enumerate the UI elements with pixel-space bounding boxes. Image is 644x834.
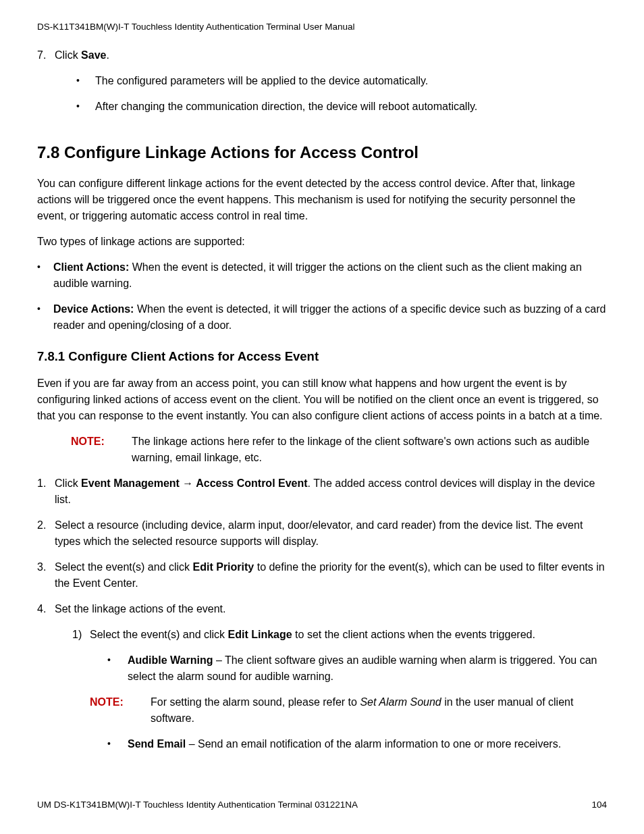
- client-actions-bold: Client Actions:: [53, 261, 129, 273]
- page-footer: UM DS-K1T341BM(W)I-T Touchless Identity …: [37, 798, 607, 812]
- step-list-continued: 7. Click Save. The configured parameters…: [37, 47, 607, 124]
- section-7-8-para2: Two types of linkage actions are support…: [37, 234, 607, 250]
- step-content: Select a resource (including device, ala…: [55, 517, 607, 550]
- t-italic: Set Alarm Sound: [360, 696, 441, 708]
- note-block: NOTE: The linkage actions here refer to …: [37, 434, 607, 466]
- footer-page-number: 104: [591, 798, 607, 812]
- note-text: For setting the alarm sound, please refe…: [151, 694, 607, 727]
- t-bold: Edit Priority: [193, 561, 254, 573]
- note-text: The linkage actions here refer to the li…: [132, 434, 607, 466]
- t: Select the event(s) and click: [90, 629, 228, 640]
- audible-bold: Audible Warning: [128, 654, 213, 666]
- proc-step-1: 1. Click Event Management → Access Contr…: [37, 475, 607, 508]
- step7-suffix: .: [106, 49, 109, 61]
- client-actions-text: When the event is detected, it will trig…: [53, 261, 582, 289]
- device-actions-text: When the event is detected, it will trig…: [53, 303, 606, 331]
- t: For setting the alarm sound, please refe…: [151, 696, 360, 708]
- t: Select the event(s) and click: [55, 561, 193, 573]
- note-label: NOTE:: [90, 694, 151, 727]
- email-bold: Send Email: [128, 738, 186, 750]
- section-7-8-para1: You can configure different linkage acti…: [37, 176, 607, 224]
- linkage-options-2: Send Email – Send an email notification …: [90, 736, 607, 752]
- footer-left: UM DS-K1T341BM(W)I-T Touchless Identity …: [37, 798, 358, 812]
- section-7-8-1-para: Even if you are far away from an access …: [37, 375, 607, 424]
- audible-warning-item: Audible Warning – The client software gi…: [107, 652, 607, 685]
- section-7-8-1-title: 7.8.1 Configure Client Actions for Acces…: [37, 347, 607, 366]
- step-number: 3.: [37, 559, 55, 592]
- proc-step-4: 4. Set the linkage actions of the event.…: [37, 601, 607, 771]
- step7-bold: Save: [81, 49, 106, 61]
- t: Click: [55, 477, 81, 489]
- step-content: Select the event(s) and click Edit Prior…: [55, 559, 607, 592]
- sub-step-content: Select the event(s) and click Edit Linka…: [90, 627, 607, 762]
- section-7-8-title: 7.8 Configure Linkage Actions for Access…: [37, 140, 607, 165]
- send-email-item: Send Email – Send an email notification …: [107, 736, 607, 752]
- page-header: DS-K11T341BM(W)I-T Touchless Identity Au…: [37, 20, 607, 34]
- proc-step-3: 3. Select the event(s) and click Edit Pr…: [37, 559, 607, 592]
- linkage-options: Audible Warning – The client software gi…: [90, 652, 607, 685]
- step-content: Set the linkage actions of the event. 1)…: [55, 601, 607, 771]
- note-label: NOTE:: [71, 434, 132, 466]
- action-types-list: Client Actions: When the event is detect…: [37, 259, 607, 334]
- action-type-client: Client Actions: When the event is detect…: [37, 259, 607, 292]
- proc-step-2: 2. Select a resource (including device, …: [37, 517, 607, 550]
- step-content: Click Save. The configured parameters wi…: [55, 47, 607, 124]
- step-number: 2.: [37, 517, 55, 550]
- procedure-list: 1. Click Event Management → Access Contr…: [37, 475, 607, 771]
- step-number: 1.: [37, 475, 55, 508]
- t-bold: Edit Linkage: [228, 629, 292, 640]
- step-number: 7.: [37, 47, 55, 124]
- bullet-item: The configured parameters will be applie…: [76, 73, 607, 89]
- step-content: Click Event Management → Access Control …: [55, 475, 607, 508]
- action-type-device: Device Actions: When the event is detect…: [37, 301, 607, 334]
- note-block-deep: NOTE: For setting the alarm sound, pleas…: [90, 694, 607, 727]
- sub-step-1: 1) Select the event(s) and click Edit Li…: [72, 627, 607, 762]
- step4-text: Set the linkage actions of the event.: [55, 603, 226, 615]
- t: to set the client actions when the event…: [292, 629, 535, 640]
- step7-bullets: The configured parameters will be applie…: [55, 73, 607, 115]
- step-7: 7. Click Save. The configured parameters…: [37, 47, 607, 124]
- email-text: – Send an email notification of the alar…: [186, 738, 561, 750]
- step7-prefix: Click: [55, 49, 81, 61]
- bullet-item: After changing the communication directi…: [76, 99, 607, 115]
- device-actions-bold: Device Actions:: [53, 303, 134, 315]
- t-bold: Event Management → Access Control Event: [81, 477, 308, 489]
- sub-step-number: 1): [72, 627, 90, 762]
- step-number: 4.: [37, 601, 55, 771]
- sub-step-list: 1) Select the event(s) and click Edit Li…: [55, 627, 607, 762]
